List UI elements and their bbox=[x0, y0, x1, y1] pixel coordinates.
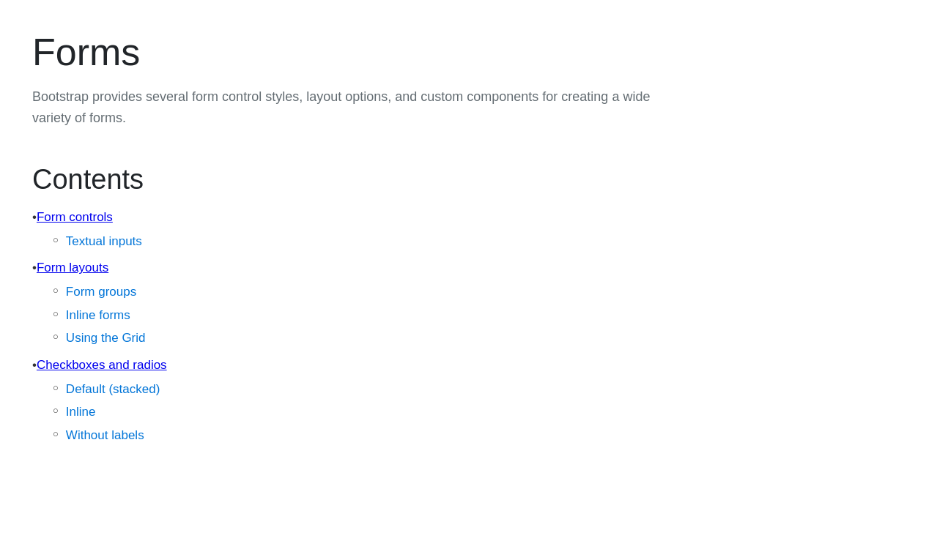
contents-subitem-form-groups: ○ Form groups bbox=[53, 283, 146, 302]
contents-item-form-layouts: • Form layouts ○ Form groups ○ Inline fo… bbox=[32, 261, 894, 352]
contents-item-form-controls: • Form controls ○ Textual inputs bbox=[32, 210, 894, 255]
sub-bullet-default-stacked: ○ bbox=[53, 380, 59, 396]
contents-subitem-textual-inputs: ○ Textual inputs bbox=[53, 232, 142, 251]
link-form-layouts[interactable]: Form layouts bbox=[37, 261, 108, 275]
link-textual-inputs[interactable]: Textual inputs bbox=[66, 232, 142, 251]
contents-subitem-without-labels: ○ Without labels bbox=[53, 426, 160, 445]
contents-item-checkboxes-and-radios: • Checkboxes and radios ○ Default (stack… bbox=[32, 358, 894, 449]
sub-bullet-using-the-grid: ○ bbox=[53, 329, 59, 345]
contents-subitem-inline-forms: ○ Inline forms bbox=[53, 306, 146, 325]
sub-bullet-inline: ○ bbox=[53, 403, 59, 419]
link-default-stacked[interactable]: Default (stacked) bbox=[66, 380, 160, 399]
link-without-labels[interactable]: Without labels bbox=[66, 426, 144, 445]
link-inline[interactable]: Inline bbox=[66, 403, 96, 422]
contents-heading: Contents bbox=[32, 164, 894, 195]
page-description: Bootstrap provides several form control … bbox=[32, 86, 692, 129]
contents-subitem-inline: ○ Inline bbox=[53, 403, 160, 422]
link-using-the-grid[interactable]: Using the Grid bbox=[66, 329, 146, 348]
link-inline-forms[interactable]: Inline forms bbox=[66, 306, 130, 325]
contents-subitem-default-stacked: ○ Default (stacked) bbox=[53, 380, 160, 399]
link-form-groups[interactable]: Form groups bbox=[66, 283, 136, 302]
sub-bullet-inline-forms: ○ bbox=[53, 306, 59, 322]
contents-list: • Form controls ○ Textual inputs • Form … bbox=[32, 210, 894, 449]
link-form-controls[interactable]: Form controls bbox=[37, 210, 113, 225]
page-title: Forms bbox=[32, 29, 894, 75]
sub-bullet-form-groups: ○ bbox=[53, 283, 59, 299]
contents-subitem-using-the-grid: ○ Using the Grid bbox=[53, 329, 146, 348]
sub-bullet-without-labels: ○ bbox=[53, 426, 59, 442]
sub-bullet-textual-inputs: ○ bbox=[53, 232, 59, 248]
link-checkboxes-and-radios[interactable]: Checkboxes and radios bbox=[37, 358, 167, 373]
